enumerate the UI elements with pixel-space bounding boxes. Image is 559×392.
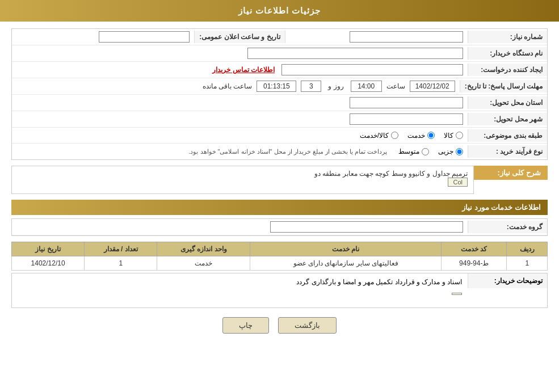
province-label: استان محل تحویل: (468, 96, 547, 109)
col-date: تاریخ نیاز (12, 242, 85, 256)
buyer-desc-section: توضیحات خریدار: اسناد و مدارک و قرارداد … (11, 273, 548, 308)
row-city: شهر محل تحویل: سیرجان (12, 111, 547, 128)
buyer-notes-label: توضیحات خریدار: (468, 273, 547, 288)
category-kala-khadamat-label: کالا/خدمت (360, 132, 389, 140)
page-wrapper: جزئیات اطلاعات نیاز شماره نیاز: 11020056… (0, 0, 559, 392)
buyer-org-input[interactable]: شهرداری سیرجان استان کرمان (247, 48, 463, 59)
description-section-title: شرح کلی نیاز: (474, 166, 548, 180)
category-khadamat-label: خدمت (407, 132, 425, 140)
deadline-time-label: ساعت (386, 82, 405, 90)
order-number-label: شماره نیاز: (468, 31, 547, 43)
main-content: شماره نیاز: 1102005674000330 تاریخ و ساع… (0, 22, 559, 349)
buyer-notes-col-badge (452, 293, 462, 295)
table-cell-date: 1402/12/10 (12, 256, 85, 271)
table-body: 1ط-94-949فعالیتهای سایر سازمانهای دارای … (12, 256, 548, 271)
city-value: سیرجان (12, 111, 468, 127)
col-service-code: کد خدمت (442, 242, 507, 256)
category-kala-radio[interactable] (456, 132, 463, 139)
creator-label: ایجاد کننده درخواست: (468, 64, 547, 76)
page-header: جزئیات اطلاعات نیاز (0, 0, 559, 22)
creator-input[interactable]: مهدی شهرآبادی کاربرداری شهرداری سیرجان ا… (281, 64, 463, 75)
buyer-org-value: شهرداری سیرجان استان کرمان (12, 45, 468, 61)
table-cell-row_num: 1 (507, 256, 548, 271)
purchase-jozee-radio[interactable] (456, 148, 463, 155)
category-kala-khadamat: کالا/خدمت (360, 132, 398, 140)
province-value: کرمان (12, 95, 468, 111)
info-section: شماره نیاز: 1102005674000330 تاریخ و ساع… (11, 28, 548, 160)
row-deadline: مهلت ارسال پاسخ: تا تاریخ: 1402/12/02 سا… (12, 78, 547, 95)
category-radio-group: کالا خدمت کالا/خدمت (355, 129, 468, 142)
announcement-date-label: تاریخ و ساعت اعلان عمومی: (194, 31, 285, 43)
purchase-type-note: پرداخت تمام یا بخشی از مبلغ خریدار از مح… (188, 148, 387, 155)
table-cell-unit: خدمت (157, 256, 250, 271)
col-unit: واحد اندازه گیری (157, 242, 250, 256)
deadline-remaining: 01:13:15 (257, 81, 296, 92)
description-value: ترمیم جداول و کانیوو وسط کوچه جهت معابر … (11, 166, 474, 194)
province-input[interactable]: کرمان (350, 97, 463, 108)
table-cell-service_name: فعالیتهای سایر سازمانهای دارای عضو (250, 256, 442, 271)
buyer-notes-value: اسناد و مدارک و قرارداد تکمیل مهر و امضا… (12, 273, 468, 302)
table-cell-service_code: ط-94-949 (442, 256, 507, 271)
creator-value-cell: مهدی شهرآبادی کاربرداری شهرداری سیرجان ا… (12, 62, 468, 78)
services-table: ردیف کد خدمت نام خدمت واحد اندازه گیری ت… (11, 242, 548, 271)
category-kala-khadamat-radio[interactable] (391, 132, 398, 139)
print-button[interactable]: چاپ (222, 317, 269, 334)
deadline-remaining-label: ساعت باقی مانده (203, 82, 253, 90)
deadline-days: 3 (301, 81, 321, 92)
deadline-values: 1402/12/02 ساعت 14:00 روز و 3 01:13:15 س… (12, 78, 460, 94)
deadline-date: 1402/12/02 (410, 81, 455, 92)
category-kala-label: کالا (444, 132, 453, 140)
buyer-notes-text: اسناد و مدارک و قرارداد تکمیل مهر و امضا… (296, 278, 462, 286)
service-group-input[interactable]: سایر فعالیتهای خدماتی (270, 221, 463, 233)
row-purchase-type: نوع فرآیند خرید : جزیی متوسط پرداخت تمام… (12, 144, 547, 159)
purchase-mottaset-radio[interactable] (422, 148, 429, 155)
row-order-date: شماره نیاز: 1102005674000330 تاریخ و ساع… (12, 29, 547, 45)
announcement-date-input[interactable]: 1402/11/29 - 12:15 (99, 31, 190, 43)
category-khadamat-radio[interactable] (427, 132, 435, 139)
col-badge: Col (448, 178, 468, 187)
row-creator: ایجاد کننده درخواست: مهدی شهرآبادی کاربر… (12, 62, 547, 78)
deadline-time: 14:00 (351, 81, 382, 92)
purchase-jozee-label: جزیی (438, 147, 453, 155)
description-text: ترمیم جداول و کانیوو وسط کوچه جهت معابر … (314, 170, 468, 178)
description-section: شرح کلی نیاز: ترمیم جداول و کانیوو وسط ک… (11, 166, 548, 194)
deadline-days-label: روز و (328, 82, 343, 90)
page-title: جزئیات اطلاعات نیاز (238, 6, 321, 15)
row-buyer-org: نام دستگاه خریدار: شهرداری سیرجان استان … (12, 45, 547, 62)
buyer-org-label: نام دستگاه خریدار: (468, 47, 547, 60)
services-section-title: اطلاعات خدمات مورد نیاز (11, 200, 548, 215)
contact-link[interactable]: اطلاعات تماس خریدار (212, 66, 275, 74)
row-province: استان محل تحویل: کرمان (12, 95, 547, 111)
purchase-type-cell: جزیی متوسط پرداخت تمام یا بخشی از مبلغ خ… (12, 145, 468, 158)
col-quantity: تعداد / مقدار (85, 242, 157, 256)
deadline-label: مهلت ارسال پاسخ: تا تاریخ: (460, 80, 547, 92)
purchase-jozee: جزیی (438, 147, 463, 155)
button-row: بازگشت چاپ (11, 317, 548, 334)
back-button[interactable]: بازگشت (278, 317, 337, 334)
table-cell-quantity: 1 (85, 256, 157, 271)
service-group-row: گروه خدمت: سایر فعالیتهای خدماتی (12, 219, 547, 235)
category-kala: کالا (444, 132, 463, 140)
col-rownum: ردیف (507, 242, 548, 256)
category-khadamat: خدمت (407, 132, 435, 140)
purchase-type-label: نوع فرآیند خرید : (468, 145, 547, 158)
order-number-input[interactable]: 1102005674000330 (350, 31, 463, 43)
purchase-mottaset: متوسط (398, 147, 429, 155)
table-header-row: ردیف کد خدمت نام خدمت واحد اندازه گیری ت… (12, 242, 548, 256)
service-group-label: گروه خدمت: (468, 221, 547, 233)
service-group-value: سایر فعالیتهای خدماتی (12, 219, 468, 235)
col-service-name: نام خدمت (250, 242, 442, 256)
services-section: گروه خدمت: سایر فعالیتهای خدماتی (11, 218, 548, 236)
buyer-desc-row: توضیحات خریدار: اسناد و مدارک و قرارداد … (12, 273, 547, 307)
category-label: طبقه بندی موضوعی: (468, 129, 547, 142)
city-input[interactable]: سیرجان (350, 113, 463, 125)
announcement-date-value: 1402/11/29 - 12:15 (12, 29, 194, 45)
table-row: 1ط-94-949فعالیتهای سایر سازمانهای دارای … (12, 256, 548, 271)
purchase-mottaset-label: متوسط (398, 147, 419, 155)
purchase-type-radio-group: جزیی متوسط (398, 147, 463, 155)
city-label: شهر محل تحویل: (468, 113, 547, 125)
order-number-value: 1102005674000330 (285, 29, 468, 45)
row-category: طبقه بندی موضوعی: کالا خدمت کالا/خدمت (12, 128, 547, 144)
